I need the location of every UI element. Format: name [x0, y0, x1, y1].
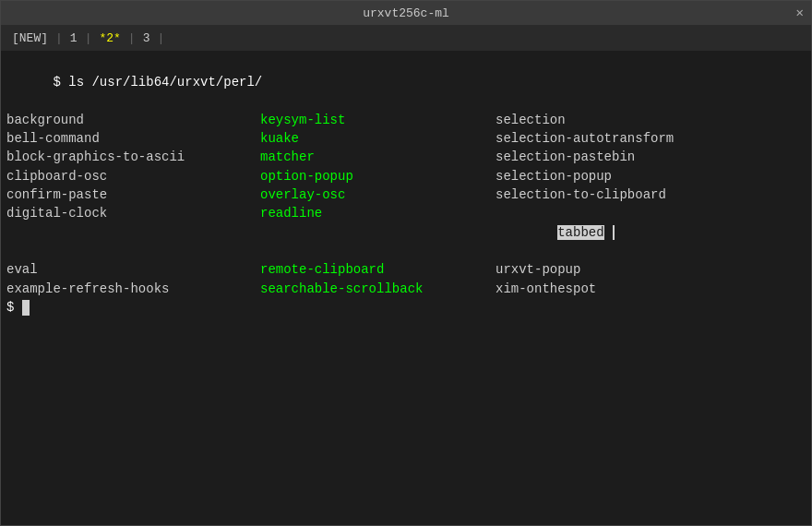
col1-row1: background — [6, 111, 260, 129]
col2-row7: remote-clipboard — [260, 260, 496, 279]
output-row-6: digital-clock readline tabbed — [6, 204, 806, 260]
output-row-3: block-graphics-to-ascii matcher selectio… — [6, 148, 806, 166]
output-row-2: bell-command kuake selection-autotransfo… — [6, 129, 806, 148]
col1-row3: block-graphics-to-ascii — [6, 148, 260, 166]
col1-row8: example-refresh-hooks — [6, 280, 260, 298]
tab-1[interactable]: 1 — [65, 30, 83, 47]
tab-separator-4: | — [155, 31, 166, 45]
col2-row1: keysym-list — [260, 111, 496, 129]
tab-separator-1: | — [54, 31, 65, 45]
tab-new[interactable]: [NEW] — [6, 30, 54, 47]
cursor-indicator — [604, 225, 612, 240]
col3-row2: selection-autotransform — [496, 129, 674, 148]
col2-row8: searchable-scrollback — [260, 280, 496, 298]
col3-row8: xim-onthespot — [496, 280, 596, 298]
col3-row5: selection-to-clipboard — [496, 185, 666, 204]
output-row-4: clipboard-osc option-popup selection-pop… — [6, 167, 806, 185]
terminal-window: urxvt256c-ml ✕ [NEW] | 1 | *2* | 3 | $ l… — [0, 0, 812, 526]
col1-row4: clipboard-osc — [6, 167, 260, 185]
col2-row4: option-popup — [260, 167, 496, 185]
prompt-line-final: $ — [6, 298, 806, 317]
col3-row3: selection-pastebin — [496, 148, 635, 166]
command-line: $ ls /usr/lib64/urxvt/perl/ — [6, 54, 806, 111]
output-row-8: example-refresh-hooks searchable-scrollb… — [6, 280, 806, 298]
final-prompt: $ — [6, 298, 22, 317]
col3-row6: tabbed — [496, 204, 615, 260]
tab-separator-3: | — [126, 31, 137, 45]
text-cursor — [613, 225, 615, 240]
col3-row7: urxvt-popup — [496, 260, 580, 279]
col2-row5: overlay-osc — [260, 185, 496, 204]
col2-row2: kuake — [260, 129, 496, 148]
col3-row1: selection — [496, 111, 566, 129]
tab-2[interactable]: *2* — [93, 30, 125, 47]
output-row-7: eval remote-clipboard urxvt-popup — [6, 260, 806, 279]
col1-row6: digital-clock — [6, 204, 260, 260]
col3-row4: selection-popup — [496, 167, 612, 185]
titlebar: urxvt256c-ml ✕ — [1, 1, 811, 25]
col2-row6: readline — [260, 204, 496, 260]
col1-row2: bell-command — [6, 129, 260, 148]
col2-row3: matcher — [260, 148, 496, 166]
tabbar: [NEW] | 1 | *2* | 3 | — [1, 25, 811, 51]
tab-separator-2: | — [83, 31, 94, 45]
col1-row5: confirm-paste — [6, 185, 260, 204]
output-row-5: confirm-paste overlay-osc selection-to-c… — [6, 185, 806, 204]
tab-3[interactable]: 3 — [137, 30, 156, 47]
terminal-output[interactable]: $ ls /usr/lib64/urxvt/perl/ background k… — [1, 51, 811, 525]
col1-row7: eval — [6, 260, 260, 279]
close-button[interactable]: ✕ — [796, 6, 804, 19]
output-row-1: background keysym-list selection — [6, 111, 806, 129]
terminal-cursor — [22, 300, 30, 316]
window-title: urxvt256c-ml — [363, 6, 449, 20]
highlighted-tabbed: tabbed — [557, 225, 603, 240]
